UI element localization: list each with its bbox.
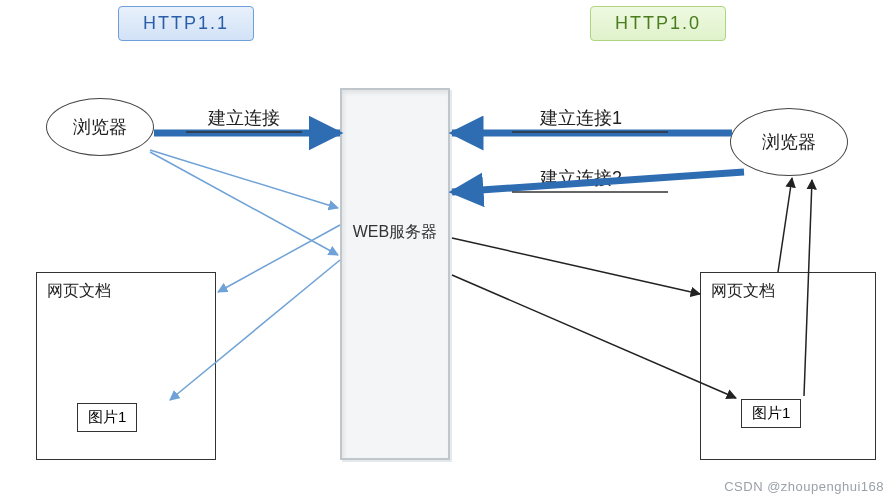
arrow-left-req-3	[150, 152, 338, 255]
doc-right: 网页文档 图片1	[700, 272, 876, 460]
browser-left: 浏览器	[46, 98, 154, 156]
img-right: 图片1	[741, 399, 801, 428]
img-left: 图片1	[77, 403, 137, 432]
arrow-right-resp-doc	[452, 238, 700, 294]
http11-badge: HTTP1.1	[118, 6, 254, 41]
browser-right: 浏览器	[730, 108, 848, 176]
label-conn-right-1: 建立连接1	[540, 106, 622, 130]
doc-left-title: 网页文档	[47, 281, 205, 302]
arrow-left-resp-doc	[218, 225, 340, 292]
arrow-right-resp-img	[452, 275, 736, 398]
doc-right-title: 网页文档	[711, 281, 865, 302]
doc-left: 网页文档 图片1	[36, 272, 216, 460]
arrow-right-doc-to-browser	[778, 178, 792, 272]
web-server: WEB服务器	[340, 88, 450, 460]
web-server-label: WEB服务器	[342, 222, 448, 243]
watermark: CSDN @zhoupenghui168	[724, 479, 884, 494]
http10-badge: HTTP1.0	[590, 6, 726, 41]
arrow-left-req-2	[150, 150, 338, 208]
label-conn-left: 建立连接	[208, 106, 280, 130]
label-conn-right-2: 建立连接2	[540, 166, 622, 190]
